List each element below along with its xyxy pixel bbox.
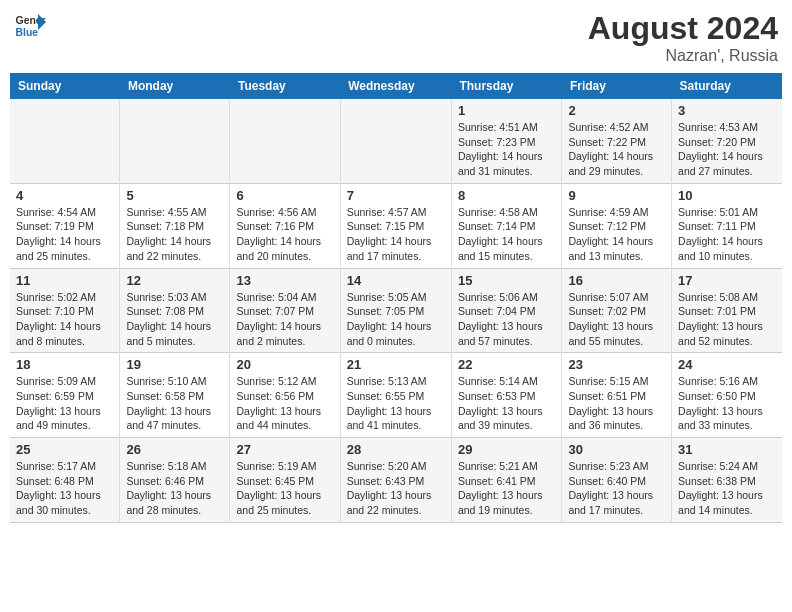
weekday-header-wednesday: Wednesday <box>340 73 451 99</box>
calendar-week-1: 4Sunrise: 4:54 AMSunset: 7:19 PMDaylight… <box>10 183 782 268</box>
day-number: 28 <box>347 442 445 457</box>
day-info: Sunrise: 4:52 AMSunset: 7:22 PMDaylight:… <box>568 120 665 179</box>
day-info: Sunrise: 4:56 AMSunset: 7:16 PMDaylight:… <box>236 205 333 264</box>
day-number: 16 <box>568 273 665 288</box>
day-info: Sunrise: 5:06 AMSunset: 7:04 PMDaylight:… <box>458 290 556 349</box>
day-number: 2 <box>568 103 665 118</box>
day-info: Sunrise: 5:24 AMSunset: 6:38 PMDaylight:… <box>678 459 776 518</box>
calendar-cell: 20Sunrise: 5:12 AMSunset: 6:56 PMDayligh… <box>230 353 340 438</box>
day-number: 26 <box>126 442 223 457</box>
day-number: 6 <box>236 188 333 203</box>
day-info: Sunrise: 5:15 AMSunset: 6:51 PMDaylight:… <box>568 374 665 433</box>
day-number: 29 <box>458 442 556 457</box>
day-number: 13 <box>236 273 333 288</box>
calendar-cell: 31Sunrise: 5:24 AMSunset: 6:38 PMDayligh… <box>672 438 782 523</box>
page-header: General Blue August 2024 Nazran', Russia <box>10 10 782 65</box>
day-number: 19 <box>126 357 223 372</box>
day-info: Sunrise: 5:10 AMSunset: 6:58 PMDaylight:… <box>126 374 223 433</box>
day-info: Sunrise: 5:02 AMSunset: 7:10 PMDaylight:… <box>16 290 113 349</box>
day-number: 12 <box>126 273 223 288</box>
calendar-cell: 26Sunrise: 5:18 AMSunset: 6:46 PMDayligh… <box>120 438 230 523</box>
calendar-cell: 4Sunrise: 4:54 AMSunset: 7:19 PMDaylight… <box>10 183 120 268</box>
day-info: Sunrise: 5:08 AMSunset: 7:01 PMDaylight:… <box>678 290 776 349</box>
day-number: 31 <box>678 442 776 457</box>
calendar-cell: 28Sunrise: 5:20 AMSunset: 6:43 PMDayligh… <box>340 438 451 523</box>
calendar-body: 1Sunrise: 4:51 AMSunset: 7:23 PMDaylight… <box>10 99 782 522</box>
calendar-week-3: 18Sunrise: 5:09 AMSunset: 6:59 PMDayligh… <box>10 353 782 438</box>
day-info: Sunrise: 5:18 AMSunset: 6:46 PMDaylight:… <box>126 459 223 518</box>
day-number: 18 <box>16 357 113 372</box>
day-info: Sunrise: 5:21 AMSunset: 6:41 PMDaylight:… <box>458 459 556 518</box>
day-number: 20 <box>236 357 333 372</box>
day-info: Sunrise: 5:19 AMSunset: 6:45 PMDaylight:… <box>236 459 333 518</box>
weekday-header-saturday: Saturday <box>672 73 782 99</box>
calendar-cell <box>10 99 120 183</box>
day-number: 25 <box>16 442 113 457</box>
day-number: 14 <box>347 273 445 288</box>
weekday-header-monday: Monday <box>120 73 230 99</box>
calendar-cell: 13Sunrise: 5:04 AMSunset: 7:07 PMDayligh… <box>230 268 340 353</box>
day-info: Sunrise: 5:03 AMSunset: 7:08 PMDaylight:… <box>126 290 223 349</box>
weekday-header-tuesday: Tuesday <box>230 73 340 99</box>
calendar-cell: 1Sunrise: 4:51 AMSunset: 7:23 PMDaylight… <box>451 99 562 183</box>
day-number: 23 <box>568 357 665 372</box>
day-number: 4 <box>16 188 113 203</box>
day-info: Sunrise: 4:57 AMSunset: 7:15 PMDaylight:… <box>347 205 445 264</box>
weekday-header-friday: Friday <box>562 73 672 99</box>
day-info: Sunrise: 4:51 AMSunset: 7:23 PMDaylight:… <box>458 120 556 179</box>
day-info: Sunrise: 4:58 AMSunset: 7:14 PMDaylight:… <box>458 205 556 264</box>
weekday-header-thursday: Thursday <box>451 73 562 99</box>
day-number: 11 <box>16 273 113 288</box>
day-number: 1 <box>458 103 556 118</box>
calendar-cell: 10Sunrise: 5:01 AMSunset: 7:11 PMDayligh… <box>672 183 782 268</box>
calendar-cell <box>120 99 230 183</box>
calendar-cell: 18Sunrise: 5:09 AMSunset: 6:59 PMDayligh… <box>10 353 120 438</box>
weekday-header-sunday: Sunday <box>10 73 120 99</box>
day-number: 7 <box>347 188 445 203</box>
calendar-cell: 21Sunrise: 5:13 AMSunset: 6:55 PMDayligh… <box>340 353 451 438</box>
day-info: Sunrise: 4:54 AMSunset: 7:19 PMDaylight:… <box>16 205 113 264</box>
calendar-cell: 14Sunrise: 5:05 AMSunset: 7:05 PMDayligh… <box>340 268 451 353</box>
day-number: 8 <box>458 188 556 203</box>
day-number: 5 <box>126 188 223 203</box>
calendar-week-2: 11Sunrise: 5:02 AMSunset: 7:10 PMDayligh… <box>10 268 782 353</box>
month-year: August 2024 <box>588 10 778 47</box>
day-info: Sunrise: 5:13 AMSunset: 6:55 PMDaylight:… <box>347 374 445 433</box>
calendar-cell: 30Sunrise: 5:23 AMSunset: 6:40 PMDayligh… <box>562 438 672 523</box>
logo: General Blue <box>14 10 50 42</box>
calendar-cell: 17Sunrise: 5:08 AMSunset: 7:01 PMDayligh… <box>672 268 782 353</box>
calendar-cell: 23Sunrise: 5:15 AMSunset: 6:51 PMDayligh… <box>562 353 672 438</box>
day-number: 24 <box>678 357 776 372</box>
day-info: Sunrise: 5:04 AMSunset: 7:07 PMDaylight:… <box>236 290 333 349</box>
day-info: Sunrise: 5:16 AMSunset: 6:50 PMDaylight:… <box>678 374 776 433</box>
day-info: Sunrise: 5:05 AMSunset: 7:05 PMDaylight:… <box>347 290 445 349</box>
calendar-cell <box>340 99 451 183</box>
day-info: Sunrise: 4:59 AMSunset: 7:12 PMDaylight:… <box>568 205 665 264</box>
day-info: Sunrise: 5:01 AMSunset: 7:11 PMDaylight:… <box>678 205 776 264</box>
calendar-cell: 5Sunrise: 4:55 AMSunset: 7:18 PMDaylight… <box>120 183 230 268</box>
day-info: Sunrise: 5:23 AMSunset: 6:40 PMDaylight:… <box>568 459 665 518</box>
day-number: 3 <box>678 103 776 118</box>
calendar-cell <box>230 99 340 183</box>
calendar-cell: 7Sunrise: 4:57 AMSunset: 7:15 PMDaylight… <box>340 183 451 268</box>
calendar-cell: 6Sunrise: 4:56 AMSunset: 7:16 PMDaylight… <box>230 183 340 268</box>
calendar-cell: 16Sunrise: 5:07 AMSunset: 7:02 PMDayligh… <box>562 268 672 353</box>
weekday-row: SundayMondayTuesdayWednesdayThursdayFrid… <box>10 73 782 99</box>
day-number: 30 <box>568 442 665 457</box>
day-info: Sunrise: 5:20 AMSunset: 6:43 PMDaylight:… <box>347 459 445 518</box>
calendar-table: SundayMondayTuesdayWednesdayThursdayFrid… <box>10 73 782 523</box>
day-info: Sunrise: 5:14 AMSunset: 6:53 PMDaylight:… <box>458 374 556 433</box>
calendar-cell: 22Sunrise: 5:14 AMSunset: 6:53 PMDayligh… <box>451 353 562 438</box>
calendar-cell: 8Sunrise: 4:58 AMSunset: 7:14 PMDaylight… <box>451 183 562 268</box>
day-number: 21 <box>347 357 445 372</box>
calendar-cell: 24Sunrise: 5:16 AMSunset: 6:50 PMDayligh… <box>672 353 782 438</box>
day-number: 15 <box>458 273 556 288</box>
day-info: Sunrise: 4:55 AMSunset: 7:18 PMDaylight:… <box>126 205 223 264</box>
day-info: Sunrise: 5:17 AMSunset: 6:48 PMDaylight:… <box>16 459 113 518</box>
calendar-header: SundayMondayTuesdayWednesdayThursdayFrid… <box>10 73 782 99</box>
calendar-cell: 19Sunrise: 5:10 AMSunset: 6:58 PMDayligh… <box>120 353 230 438</box>
calendar-cell: 12Sunrise: 5:03 AMSunset: 7:08 PMDayligh… <box>120 268 230 353</box>
calendar-cell: 9Sunrise: 4:59 AMSunset: 7:12 PMDaylight… <box>562 183 672 268</box>
calendar-cell: 27Sunrise: 5:19 AMSunset: 6:45 PMDayligh… <box>230 438 340 523</box>
day-info: Sunrise: 5:12 AMSunset: 6:56 PMDaylight:… <box>236 374 333 433</box>
